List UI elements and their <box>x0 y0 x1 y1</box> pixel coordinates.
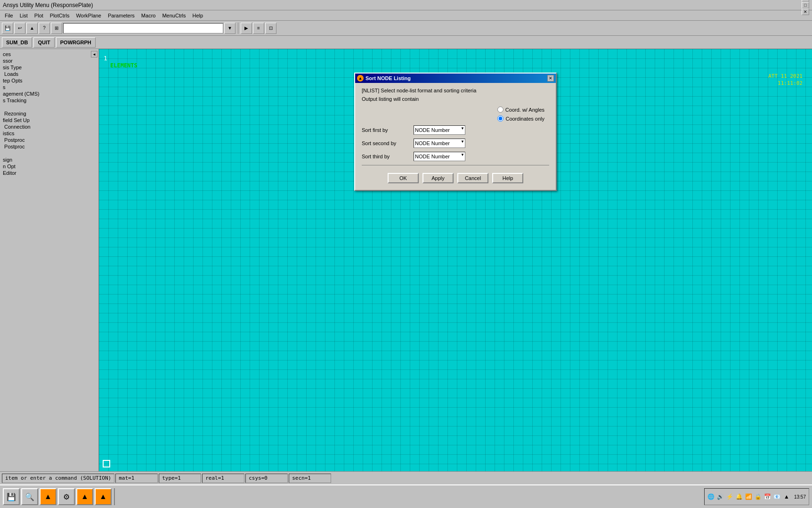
radio-coord-angles-input[interactable] <box>497 107 503 113</box>
canvas-border-indicator <box>103 460 110 467</box>
dialog-title-label: Sort NODE Listing <box>365 75 411 81</box>
toolbar-btn-5[interactable]: ⊞ <box>51 23 62 34</box>
sidebar-item-n-opt[interactable]: n Opt <box>1 163 97 170</box>
dialog-close-button[interactable]: ✕ <box>547 75 554 82</box>
menu-help[interactable]: Help <box>190 12 206 19</box>
sidebar-item-rezoning[interactable]: Rezoning <box>1 110 97 117</box>
menu-file[interactable]: File <box>2 12 16 19</box>
title-text: Ansys Utility Menu (ResponsePlate) <box>3 2 93 8</box>
radio-coord-only-label: Coordinates only <box>505 116 544 122</box>
sidebar-item-gap2 <box>1 150 97 156</box>
cancel-button[interactable]: Cancel <box>457 173 488 183</box>
systray-icon-8[interactable]: 📧 <box>773 493 781 500</box>
toolbar-exec-btn[interactable]: ▶ <box>241 23 252 34</box>
sidebar-item-tracking[interactable]: s Tracking <box>1 97 97 104</box>
status-csys: csys=0 <box>245 474 288 483</box>
radio-coord-only-input[interactable] <box>497 115 503 122</box>
menu-workplane[interactable]: WorkPlane <box>73 12 104 19</box>
taskbar-right: 🌐 🔊 ⚡ 🔔 📶 🔒 📅 📧 ▲ 13:57 <box>704 488 809 505</box>
ok-button[interactable]: OK <box>388 173 419 183</box>
radio-coord-only[interactable]: Coordinates only <box>497 115 544 122</box>
sort-first-label: Sort first by <box>362 127 414 133</box>
sidebar-scroll-button[interactable]: ◄ <box>91 51 97 57</box>
systray-icon-3[interactable]: ⚡ <box>726 493 734 500</box>
systray-icon-1[interactable]: 🌐 <box>707 493 715 500</box>
sort-second-select[interactable]: NODE Number X Y Z <box>414 139 465 148</box>
sumdb-button[interactable]: SUM_DB <box>2 37 32 48</box>
toolbar-list-btn[interactable]: ≡ <box>253 23 264 34</box>
sidebar-item-connection[interactable]: Connection <box>1 123 97 130</box>
sort-third-select[interactable]: NODE Number X Y Z <box>414 152 465 161</box>
powrgrph-button[interactable]: POWRGRPH <box>56 37 96 48</box>
main-layout: ◄ ces ssor sis Type Loads tep Opts s age… <box>0 49 812 471</box>
canvas-timestamp: ATT 11 2021 11:11:02 <box>768 73 803 87</box>
sidebar-item-step-opts[interactable]: tep Opts <box>1 77 97 84</box>
radio-row-1: Coord. w/ Angles Coordinates only <box>362 107 544 122</box>
menu-parameters[interactable]: Parameters <box>105 12 138 19</box>
dialog-titlebar[interactable]: ▲ Sort NODE Listing ✕ <box>355 74 556 83</box>
close-button[interactable]: ✕ <box>802 8 809 15</box>
apply-button[interactable]: Apply <box>422 173 454 183</box>
sidebar-item-s[interactable]: s <box>1 84 97 90</box>
sort-first-select-wrapper: NODE Number X Y Z <box>414 125 465 135</box>
toolbar-btn-4[interactable]: ? <box>39 23 50 34</box>
sidebar-item-ssor[interactable]: ssor <box>1 57 97 64</box>
systray-icon-9[interactable]: ▲ <box>783 493 790 500</box>
toolbar-grid-btn[interactable]: ⊡ <box>265 23 276 34</box>
dialog-instruction: [NLIST] Select node-list format and sort… <box>362 88 549 93</box>
menu-plotctrls[interactable]: PlotCtrls <box>47 12 73 19</box>
taskbar-ansys-btn1[interactable]: ▲ <box>40 488 57 505</box>
systray-icon-5[interactable]: 📶 <box>745 493 753 500</box>
dialog-button-row: OK Apply Cancel Help <box>362 169 549 185</box>
toolbar-btn-3[interactable]: ▲ <box>26 23 38 34</box>
status-type: type=1 <box>159 474 201 483</box>
sidebar-item-management[interactable]: agement (CMS) <box>1 90 97 97</box>
sidebar-item-sign[interactable]: sign <box>1 156 97 163</box>
systray-icon-2[interactable]: 🔊 <box>717 493 724 500</box>
sort-node-dialog[interactable]: ▲ Sort NODE Listing ✕ [NLIST] Select nod… <box>354 73 557 191</box>
sidebar-item-editor[interactable]: Editor <box>1 170 97 176</box>
taskbar-ansys-btn3[interactable]: ▲ <box>95 488 112 505</box>
sort-second-row: Sort second by NODE Number X Y Z <box>362 139 549 148</box>
sidebar-item-ces[interactable]: ces <box>1 51 97 57</box>
help-button[interactable]: Help <box>492 173 523 183</box>
systray-icon-4[interactable]: 🔔 <box>736 493 743 500</box>
maximize-button[interactable]: □ <box>802 2 809 8</box>
sidebar-item-loads[interactable]: Loads <box>1 71 97 77</box>
sidebar-item-analysis-type[interactable]: sis Type <box>1 64 97 71</box>
taskbar-separator <box>114 488 115 505</box>
dialog-subtitle: Output listing will contain <box>362 96 549 102</box>
taskbar-ansys-btn2[interactable]: ▲ <box>76 488 93 505</box>
systray-icon-7[interactable]: 📅 <box>764 493 771 500</box>
systray-icon-6[interactable]: 🔒 <box>755 493 762 500</box>
command-input[interactable] <box>63 23 223 33</box>
sidebar-item-field-setup[interactable]: field Set Up <box>1 117 97 123</box>
menu-plot[interactable]: Plot <box>32 12 46 19</box>
menu-menuctrls[interactable]: MenuCtrls <box>159 12 188 19</box>
menu-macro[interactable]: Macro <box>138 12 159 19</box>
toolbar-btn-1[interactable]: 💾 <box>2 23 13 34</box>
menu-list[interactable]: List <box>17 12 31 19</box>
timestamp-line1: ATT 11 2021 <box>768 73 803 80</box>
dialog-icon: ▲ <box>357 75 364 82</box>
sort-first-row: Sort first by NODE Number X Y Z <box>362 125 549 135</box>
menu-bar: File List Plot PlotCtrls WorkPlane Param… <box>0 10 812 21</box>
sort-first-select[interactable]: NODE Number X Y Z <box>414 125 465 135</box>
taskbar-settings-btn[interactable]: ⚙ <box>58 488 75 505</box>
taskbar-search-btn[interactable]: 🔍 <box>21 488 38 505</box>
left-sidebar: ◄ ces ssor sis Type Loads tep Opts s age… <box>0 49 99 471</box>
sidebar-item-istics[interactable]: istics <box>1 130 97 137</box>
sidebar-item-postproc2[interactable]: Postproc <box>1 143 97 150</box>
toolbar-btn-2[interactable]: ↩ <box>14 23 25 34</box>
sidebar-item-postproc1[interactable]: Postproc <box>1 137 97 143</box>
sort-second-label: Sort second by <box>362 140 414 146</box>
toolbar-dropdown-btn[interactable]: ▼ <box>224 23 235 34</box>
toolbar-separator <box>238 23 238 34</box>
radio-coord-angles[interactable]: Coord. w/ Angles <box>497 107 544 113</box>
sort-second-select-wrapper: NODE Number X Y Z <box>414 139 465 148</box>
quit-button[interactable]: QUIT <box>33 37 54 48</box>
canvas-number: 1 <box>104 55 107 62</box>
taskbar-start-btn[interactable]: 💾 <box>3 488 20 505</box>
sort-third-select-wrapper: NODE Number X Y Z <box>414 152 465 161</box>
sys-tray: 🌐 🔊 ⚡ 🔔 📶 🔒 📅 📧 ▲ 13:57 <box>704 488 809 505</box>
